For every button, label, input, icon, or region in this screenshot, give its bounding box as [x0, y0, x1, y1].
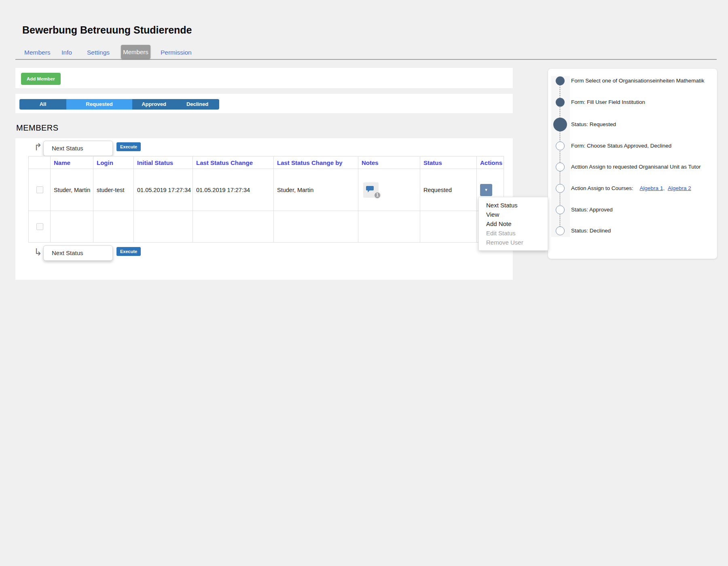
workflow-step-label: Form: Fill User Field Institution — [571, 98, 645, 106]
course-link-algebra-1[interactable]: Algebra 1, — [640, 185, 665, 191]
col-actions[interactable]: Actions — [477, 156, 504, 169]
col-select — [29, 156, 51, 169]
col-initial-status[interactable]: Initial Status — [134, 156, 193, 169]
members-tab-tooltip: Members — [121, 45, 150, 59]
tab-members[interactable]: Members — [24, 49, 51, 56]
step-done-icon — [556, 76, 565, 85]
workflow-sidebar: Form Select one of Organisationseinheite… — [548, 69, 717, 259]
workflow-step-label: Action Assign to Courses: Algebra 1, Alg… — [571, 184, 691, 192]
workflow-step-label: Status: Declined — [571, 227, 611, 235]
menu-item-next-status[interactable]: Next Status — [479, 201, 548, 210]
col-notes[interactable]: Notes — [358, 156, 420, 169]
table-row: Studer, Martin studer-test 01.05.2019 17… — [29, 169, 504, 211]
workflow-step-label: Form: Choose Status Approved, Declined — [571, 142, 671, 150]
col-name[interactable]: Name — [51, 156, 93, 169]
row-checkbox[interactable] — [36, 223, 43, 230]
filter-all[interactable]: All — [19, 99, 66, 110]
notes-count-badge: 1 — [374, 192, 381, 199]
workflow-step-label: Status: Requested — [571, 120, 616, 129]
col-status[interactable]: Status — [420, 156, 477, 169]
level-down-icon: ↳ — [34, 247, 42, 257]
menu-item-edit-status: Edit Status — [479, 228, 548, 238]
menu-item-view[interactable]: View — [479, 210, 548, 219]
table-row-empty — [29, 211, 504, 243]
cell-last-status-change: 01.05.2019 17:27:34 — [193, 169, 274, 211]
workflow-step-label-text: Action Assign to Courses: — [571, 185, 633, 191]
execute-button-bottom[interactable]: Execute — [116, 247, 141, 256]
menu-item-add-note[interactable]: Add Note — [479, 219, 548, 228]
course-link-algebra-2[interactable]: Algebra 2 — [668, 185, 691, 191]
members-heading: MEMBERS — [16, 123, 59, 133]
cell-status: Requested — [420, 169, 477, 211]
tabs-divider — [15, 59, 717, 60]
caret-down-icon: ▾ — [485, 187, 487, 192]
tab-settings[interactable]: Settings — [87, 49, 110, 56]
workflow-step-label: Status: Approved — [571, 206, 613, 214]
cell-login: studer-test — [93, 169, 134, 211]
filter-requested[interactable]: Requested — [66, 99, 132, 110]
col-last-status-change[interactable]: Last Status Change — [193, 156, 274, 169]
members-table: Name Login Initial Status Last Status Ch… — [28, 156, 504, 243]
next-status-select-bottom[interactable]: Next Status — [43, 245, 113, 261]
row-checkbox[interactable] — [36, 186, 43, 193]
page: Bewerbung Betreuung Studierende Members … — [0, 0, 728, 566]
step-pending-icon — [556, 184, 565, 193]
status-filter-group: All Requested Approved Declined — [19, 99, 219, 110]
next-status-select-top[interactable]: Next Status — [43, 141, 113, 156]
filter-approved[interactable]: Approved — [132, 99, 176, 110]
step-current-icon — [553, 118, 567, 131]
filter-declined[interactable]: Declined — [176, 99, 219, 110]
actions-menu: Next Status View Add Note Edit Status Re… — [478, 197, 548, 251]
col-login[interactable]: Login — [93, 156, 134, 169]
level-up-icon: ↱ — [34, 142, 42, 152]
table-header-row: Name Login Initial Status Last Status Ch… — [29, 156, 504, 169]
cell-last-status-change-by: Studer, Martin — [274, 169, 358, 211]
step-pending-icon — [556, 142, 565, 150]
step-pending-icon — [556, 205, 565, 214]
cell-initial-status: 01.05.2019 17:27:34 — [134, 169, 193, 211]
cell-name: Studer, Martin — [51, 169, 93, 211]
workflow-step-label: Form Select one of Organisationseinheite… — [571, 77, 704, 85]
workflow-step-label: Acttion Assign to requested Organisanal … — [571, 163, 700, 171]
tab-info[interactable]: Info — [61, 49, 72, 56]
page-title: Bewerbung Betreuung Studierende — [22, 24, 192, 36]
tab-permission[interactable]: Permission — [161, 49, 192, 56]
toolbar-panel — [15, 68, 513, 88]
col-last-status-change-by[interactable]: Last Status Change by — [274, 156, 358, 169]
actions-dropdown-button[interactable]: ▾ — [480, 184, 492, 196]
step-pending-icon — [556, 226, 565, 235]
step-pending-icon — [556, 163, 565, 171]
notes-button[interactable]: 1 — [363, 182, 379, 198]
menu-item-remove-user: Remove User — [479, 238, 548, 247]
add-member-button[interactable]: Add Member — [21, 73, 61, 85]
step-done-icon — [556, 98, 565, 107]
execute-button-top[interactable]: Execute — [116, 142, 141, 151]
